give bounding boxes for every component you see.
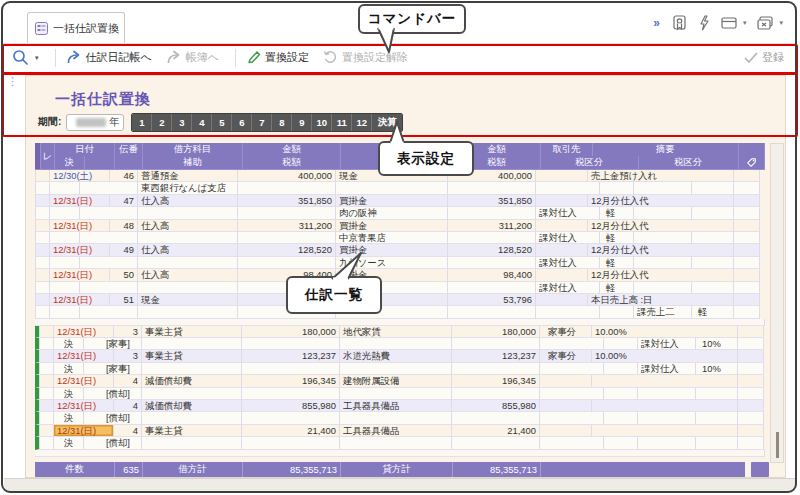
- credit-tax-class-cell[interactable]: [634, 257, 692, 269]
- debit-sub-account-cell[interactable]: [142, 388, 242, 400]
- debit-tax-amount-cell[interactable]: [238, 207, 336, 219]
- credit-tax-class-cell[interactable]: [638, 388, 696, 400]
- partner-cell[interactable]: 家事分: [540, 326, 592, 338]
- month-button-9[interactable]: 9: [291, 114, 311, 131]
- debit-tax-amount-cell[interactable]: [242, 388, 340, 400]
- replace-settings-clear-button[interactable]: 置換設定解除: [323, 50, 408, 65]
- partner-cell[interactable]: [540, 400, 592, 412]
- month-button-3[interactable]: 3: [171, 114, 191, 131]
- tag-cell[interactable]: [738, 412, 764, 424]
- credit-sub-account-cell[interactable]: [336, 182, 448, 194]
- check-cell[interactable]: [36, 232, 50, 244]
- debit-amount-cell[interactable]: 196,345: [242, 375, 340, 387]
- debit-tax-amount-cell[interactable]: [238, 232, 336, 244]
- memo-cell[interactable]: 12月分仕入代: [588, 195, 734, 207]
- debit-account-cell[interactable]: 事業主貸: [142, 425, 242, 437]
- entry-type-tag-cell[interactable]: [80, 182, 138, 194]
- settlement-flag-cell[interactable]: 決: [54, 388, 84, 400]
- voucher-no-cell[interactable]: 4: [114, 400, 142, 412]
- credit-tax-amount-cell[interactable]: [448, 207, 536, 219]
- debit-account-cell[interactable]: 現金: [138, 294, 238, 306]
- partner-cell[interactable]: [536, 269, 588, 281]
- debit-account-cell[interactable]: 事業主貸: [142, 326, 242, 338]
- debit-sub-account-cell[interactable]: [142, 363, 242, 375]
- window-close-icon[interactable]: [757, 16, 773, 30]
- credit-tax-rate-cell[interactable]: [692, 257, 734, 269]
- debit-account-cell[interactable]: 仕入高: [138, 195, 238, 207]
- tag-cell[interactable]: [738, 388, 764, 400]
- entry-type-tag-cell[interactable]: [80, 282, 138, 294]
- check-cell[interactable]: [40, 326, 54, 338]
- go-to-journal-button[interactable]: 仕訳日記帳へ: [66, 50, 152, 65]
- credit-sub-account-cell[interactable]: 九州ソース: [336, 257, 448, 269]
- debit-sub-account-cell[interactable]: 東西銀行なんば支店: [138, 182, 238, 194]
- debit-sub-account-cell[interactable]: [138, 207, 238, 219]
- credit-tax-class-cell[interactable]: 課売上二: [634, 306, 692, 318]
- credit-amount-cell[interactable]: 855,980: [452, 400, 540, 412]
- search-button[interactable]: [12, 49, 29, 66]
- partner-cell[interactable]: [540, 375, 592, 387]
- check-cell[interactable]: [40, 400, 54, 412]
- debit-tax-rate-cell[interactable]: [600, 182, 634, 194]
- credit-tax-class-cell[interactable]: [634, 282, 692, 294]
- check-cell[interactable]: [40, 375, 54, 387]
- debit-tax-class-cell[interactable]: 課対仕入: [536, 232, 600, 244]
- credit-account-cell[interactable]: 買掛金: [336, 220, 448, 232]
- tag-cell[interactable]: [734, 269, 760, 281]
- debit-tax-rate-cell[interactable]: [604, 412, 638, 424]
- horizontal-scroll-area[interactable]: [4, 478, 796, 492]
- tag-cell[interactable]: [734, 257, 760, 269]
- debit-tax-rate-cell[interactable]: 軽: [600, 257, 634, 269]
- tag-cell[interactable]: [734, 232, 760, 244]
- entry-type-tag-cell[interactable]: [80, 207, 138, 219]
- tag-cell[interactable]: [738, 375, 764, 387]
- credit-account-cell[interactable]: 地代家賃: [340, 326, 452, 338]
- debit-amount-cell[interactable]: 351,850: [238, 195, 336, 207]
- voucher-no-cell[interactable]: 47: [110, 195, 138, 207]
- settlement-flag-cell[interactable]: 決: [54, 363, 84, 375]
- check-cell[interactable]: [36, 306, 50, 318]
- debit-account-cell[interactable]: 減価償却費: [142, 400, 242, 412]
- credit-tax-amount-cell[interactable]: [452, 388, 540, 400]
- check-cell[interactable]: [36, 182, 50, 194]
- memo-cell[interactable]: [592, 425, 738, 437]
- credit-tax-rate-cell[interactable]: [692, 282, 734, 294]
- date-cell[interactable]: 12/31(日): [54, 400, 114, 412]
- credit-sub-account-cell[interactable]: [340, 388, 452, 400]
- debit-tax-class-cell[interactable]: [540, 412, 604, 424]
- tab-batch-journal-replace[interactable]: 一括仕訳置換: [27, 12, 125, 43]
- month-button-11[interactable]: 11: [331, 114, 351, 131]
- credit-account-cell[interactable]: 工具器具備品: [340, 425, 452, 437]
- tag-cell[interactable]: [734, 170, 760, 182]
- voucher-no-cell[interactable]: 48: [110, 220, 138, 232]
- credit-sub-account-cell[interactable]: 肉の阪神: [336, 207, 448, 219]
- vertical-scrollbar[interactable]: [770, 143, 784, 463]
- window-close-caret-icon[interactable]: ▾: [779, 19, 783, 27]
- credit-sub-account-cell[interactable]: [340, 437, 452, 449]
- credit-tax-class-cell[interactable]: 課対仕入: [638, 363, 696, 375]
- check-cell[interactable]: [40, 363, 54, 375]
- check-cell[interactable]: [40, 388, 54, 400]
- debit-amount-cell[interactable]: 855,980: [242, 400, 340, 412]
- check-cell[interactable]: [40, 350, 54, 362]
- credit-amount-cell[interactable]: 53,796: [448, 294, 536, 306]
- debit-tax-class-cell[interactable]: [536, 182, 600, 194]
- memo-cell[interactable]: [592, 375, 738, 387]
- entry-type-tag-cell[interactable]: [償却]: [84, 437, 142, 449]
- date-cell[interactable]: 12/31(日): [50, 195, 110, 207]
- credit-tax-rate-cell[interactable]: 10%: [696, 338, 738, 350]
- replace-settings-button[interactable]: 置換設定: [246, 50, 309, 65]
- partner-cell[interactable]: [536, 195, 588, 207]
- debit-account-cell[interactable]: 事業主貸: [142, 350, 242, 362]
- credit-sub-account-cell[interactable]: [340, 338, 452, 350]
- credit-tax-amount-cell[interactable]: [448, 306, 536, 318]
- tag-cell[interactable]: [734, 282, 760, 294]
- credit-tax-class-cell[interactable]: 課対仕入: [638, 338, 696, 350]
- debit-amount-cell[interactable]: 400,000: [238, 170, 336, 182]
- credit-tax-amount-cell[interactable]: [448, 232, 536, 244]
- debit-amount-cell[interactable]: 311,200: [238, 220, 336, 232]
- check-cell[interactable]: [36, 257, 50, 269]
- month-button-8[interactable]: 8: [271, 114, 291, 131]
- tag-cell[interactable]: [738, 425, 764, 437]
- search-caret-icon[interactable]: ▾: [35, 54, 39, 62]
